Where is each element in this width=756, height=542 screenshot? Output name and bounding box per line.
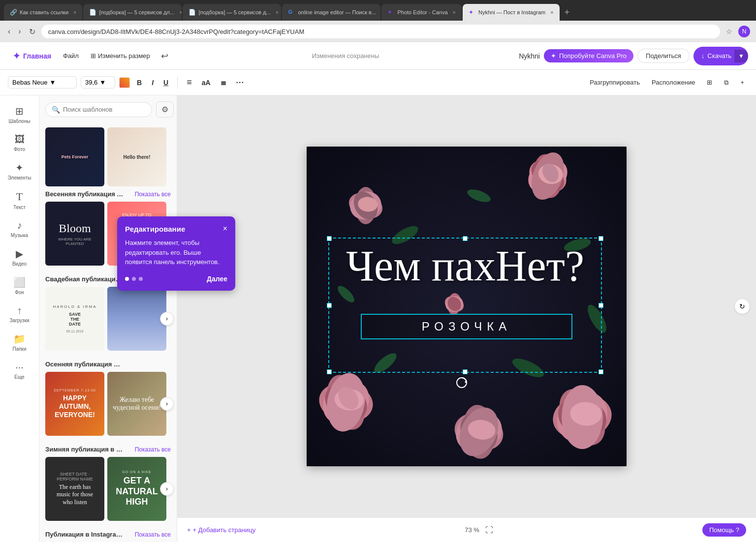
canvas-main-text-container[interactable]: Чем пахНет? bbox=[328, 242, 602, 290]
canvas-container[interactable]: Чем пахНет? РОЗОЧКА bbox=[177, 95, 756, 517]
position-button[interactable]: Расположение bbox=[648, 77, 699, 88]
section-wedding-title: Свадебная публикация в Инс... bbox=[45, 275, 124, 283]
dot-2 bbox=[132, 277, 136, 281]
wedding-scroll-button[interactable]: › bbox=[160, 312, 174, 326]
resize-button[interactable]: ⊞ Изменить размер bbox=[86, 49, 155, 62]
template-autumn-photo[interactable]: Желаю тебечудесной осени! bbox=[107, 372, 166, 436]
more-label: Еще bbox=[14, 374, 24, 380]
sidebar-item-background[interactable]: ⬜ Фон bbox=[2, 272, 37, 299]
font-size-selector[interactable]: 39,6 ▼ bbox=[81, 76, 115, 89]
template-save-date[interactable]: HAROLD & IRMA SAVE THE DATE 09.11.2019 bbox=[45, 287, 104, 351]
tab-6-close[interactable]: × bbox=[550, 9, 553, 15]
winter-scroll-button[interactable]: › bbox=[160, 482, 174, 496]
video-label: Видео bbox=[12, 261, 27, 267]
line-spacing-button[interactable]: ≣ bbox=[218, 77, 229, 89]
canvas-subtitle-container[interactable]: РОЗОЧКА bbox=[361, 314, 572, 339]
add-element-button[interactable]: + bbox=[736, 77, 748, 88]
tab-3[interactable]: 📄 [подборка] — 5 сервисов д... × bbox=[183, 4, 281, 21]
address-input[interactable] bbox=[41, 25, 720, 38]
tab-5[interactable]: ✦ Photo Editor - Canva × bbox=[381, 4, 462, 21]
tab-1[interactable]: 🔗 Как ставить ссылки × bbox=[4, 4, 82, 21]
tooltip-dots bbox=[125, 277, 143, 281]
tab-5-favicon: ✦ bbox=[387, 9, 394, 16]
search-input[interactable] bbox=[63, 106, 146, 113]
bold-button[interactable]: B bbox=[134, 77, 145, 89]
file-button[interactable]: Файл bbox=[58, 49, 84, 62]
undo-button[interactable]: ↩ bbox=[157, 49, 172, 63]
template-happy-autumn[interactable]: SEPTEMBER 7-13:00 HAPPYAUTUMN,EVERYONE! bbox=[45, 372, 104, 436]
new-tab-button[interactable]: + bbox=[561, 5, 574, 20]
share-button[interactable]: Поделиться bbox=[637, 49, 690, 63]
more-options-button[interactable]: ··· bbox=[233, 76, 247, 89]
forward-button[interactable]: › bbox=[16, 25, 23, 38]
download-arrow[interactable]: ▼ bbox=[734, 50, 748, 62]
sidebar-item-uploads[interactable]: ↑ Загрузки bbox=[2, 301, 37, 327]
ungroup-button[interactable]: Разгруппировать bbox=[586, 77, 644, 88]
tooltip-close-button[interactable]: × bbox=[223, 224, 227, 233]
sidebar-item-more[interactable]: ··· Еще bbox=[2, 358, 37, 384]
align-button[interactable]: ≡ bbox=[184, 75, 195, 90]
top-bar-right: Nykhni ✦ Попробуйте Canva Pro Поделиться… bbox=[519, 47, 748, 65]
search-wrap[interactable]: 🔍 bbox=[45, 102, 152, 117]
sidebar-item-music[interactable]: ♪ Музыка bbox=[2, 216, 37, 242]
underline-button[interactable]: U bbox=[160, 77, 171, 89]
section-winter-show-all[interactable]: Показать все bbox=[135, 446, 171, 453]
tab-2[interactable]: 📄 [подборка] — 5 сервисов дл... × bbox=[83, 4, 182, 21]
template-winter-dark[interactable]: SHEET DATE · PERFORM NAME The earth hasm… bbox=[45, 457, 104, 521]
template-bloom[interactable]: Bloom WHERE YOU ARE PLANTED bbox=[45, 202, 104, 266]
sidebar-item-templates[interactable]: ⊞ Шаблоны bbox=[2, 101, 37, 128]
tooltip-next-button[interactable]: Далее bbox=[207, 275, 227, 283]
tab-2-close[interactable]: × bbox=[179, 9, 182, 15]
section-more-header: Публикация в Instagram в... Показать все bbox=[45, 531, 171, 538]
add-page-label: + Добавить страницу bbox=[193, 526, 256, 534]
sidebar-item-photos[interactable]: 🖼 Фото bbox=[2, 130, 37, 156]
download-button[interactable]: ↓ Скачать ▼ bbox=[693, 47, 748, 65]
tab-4[interactable]: G online image editor — Поиск в... × bbox=[282, 4, 380, 21]
template-get-natural[interactable]: GO ON A HIKE GET ANATURALHIGH bbox=[107, 457, 166, 521]
tab-3-close[interactable]: × bbox=[276, 9, 279, 15]
photos-label: Фото bbox=[14, 147, 25, 152]
italic-button[interactable]: I bbox=[149, 77, 157, 89]
rotate-handle[interactable] bbox=[456, 377, 468, 389]
template-thumb-pets[interactable]: Pets Forever bbox=[45, 127, 104, 186]
sidebar-item-video[interactable]: ▶ Видео bbox=[2, 244, 37, 271]
filter-button[interactable]: ⚙ bbox=[156, 101, 174, 118]
section-more-show-all[interactable]: Показать все bbox=[135, 531, 171, 538]
tab-6-active[interactable]: ✦ Nykhni — Пост в Instagram × bbox=[463, 4, 560, 21]
autumn-scroll-button[interactable]: › bbox=[160, 397, 174, 411]
sidebar-item-elements[interactable]: ✦ Элементы bbox=[2, 158, 37, 184]
canvas-background bbox=[307, 147, 627, 466]
text-label: Текст bbox=[13, 205, 26, 210]
resize-label: Изменить размер bbox=[98, 52, 150, 60]
fullscreen-button[interactable]: ⛶ bbox=[485, 526, 493, 535]
canvas-frame[interactable]: Чем пахНет? РОЗОЧКА bbox=[307, 147, 627, 466]
back-button[interactable]: ‹ bbox=[6, 25, 12, 38]
template-thumb-hello[interactable]: Hello there! bbox=[107, 127, 166, 186]
canvas-subtitle-text[interactable]: РОЗОЧКА bbox=[372, 320, 562, 333]
font-selector[interactable]: Bebas Neue ▼ bbox=[8, 76, 77, 89]
home-button[interactable]: ✦ Главная bbox=[8, 48, 56, 64]
text-color-picker[interactable] bbox=[119, 77, 130, 88]
canvas-main-text[interactable]: Чем пахНет? bbox=[328, 242, 602, 290]
copy-button[interactable]: ⧉ bbox=[720, 77, 732, 89]
tooltip-header: Редактирование × bbox=[125, 224, 227, 233]
sidebar-item-text[interactable]: T Текст bbox=[2, 186, 37, 214]
text-case-button[interactable]: aA bbox=[199, 77, 214, 89]
section-more: Публикация в Instagram в... Показать все bbox=[39, 531, 177, 542]
pro-button[interactable]: ✦ Попробуйте Canva Pro bbox=[544, 49, 633, 62]
background-label: Фон bbox=[15, 290, 24, 295]
zoom-level: 73 % bbox=[465, 526, 479, 534]
tab-1-close[interactable]: × bbox=[73, 9, 76, 15]
add-page-button[interactable]: + + Добавить страницу bbox=[187, 526, 255, 534]
refresh-button[interactable]: ↻ bbox=[27, 25, 37, 38]
section-spring-show-all[interactable]: Показать все bbox=[135, 191, 171, 198]
refresh-canvas-button[interactable]: ↻ bbox=[734, 299, 750, 314]
pattern-button[interactable]: ⊞ bbox=[703, 77, 716, 88]
bookmark-icon[interactable]: ☆ bbox=[724, 26, 734, 37]
help-button[interactable]: Помощь ? bbox=[702, 523, 746, 537]
tab-5-close[interactable]: × bbox=[453, 9, 456, 15]
sidebar-item-folders[interactable]: 📁 Папки bbox=[2, 329, 37, 356]
help-label: Помощь ? bbox=[709, 526, 739, 534]
profile-icon[interactable]: N bbox=[738, 26, 750, 37]
template-wedding-blue[interactable] bbox=[107, 287, 166, 351]
